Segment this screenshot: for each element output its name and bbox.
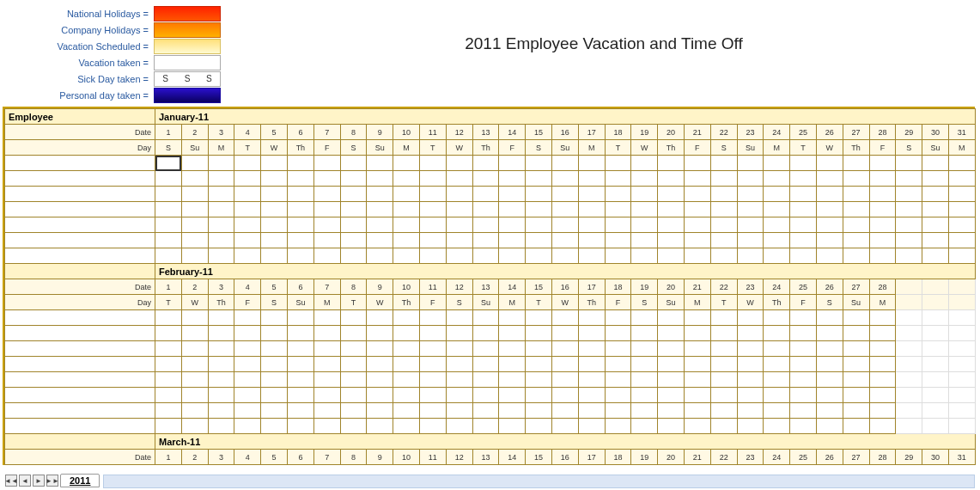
calendar-cell[interactable] (790, 326, 817, 341)
dayname-cell[interactable]: W (367, 295, 393, 310)
dayname-cell[interactable]: W (631, 140, 658, 156)
calendar-cell[interactable] (658, 171, 685, 187)
dayname-cell[interactable]: Th (764, 295, 790, 310)
date-cell[interactable]: 12 (446, 125, 472, 140)
calendar-cell[interactable] (419, 310, 446, 326)
date-cell[interactable]: 22 (710, 450, 737, 465)
sheet-tab[interactable]: 2011 (60, 474, 100, 487)
calendar-cell[interactable] (340, 372, 367, 388)
calendar-cell[interactable] (631, 419, 658, 434)
date-cell[interactable]: 22 (710, 125, 737, 140)
calendar-cell[interactable] (710, 403, 737, 419)
calendar-cell[interactable] (261, 217, 288, 233)
dayname-cell[interactable]: W (261, 140, 288, 156)
calendar-cell[interactable] (261, 233, 288, 248)
calendar-cell[interactable] (340, 156, 367, 171)
calendar-cell[interactable] (181, 372, 208, 388)
calendar-cell[interactable] (340, 248, 367, 264)
calendar-cell[interactable] (499, 233, 526, 248)
calendar-cell[interactable] (684, 156, 710, 171)
date-cell[interactable]: 7 (313, 125, 340, 140)
calendar-cell[interactable] (208, 233, 234, 248)
calendar-cell[interactable] (790, 248, 817, 264)
calendar-cell[interactable] (710, 248, 737, 264)
calendar-cell[interactable] (155, 248, 182, 264)
calendar-cell[interactable] (499, 187, 526, 202)
date-cell[interactable]: 4 (234, 450, 261, 465)
calendar-cell[interactable] (208, 156, 234, 171)
calendar-cell[interactable] (526, 403, 552, 419)
calendar-cell[interactable] (393, 419, 420, 434)
calendar-cell[interactable] (287, 217, 313, 233)
calendar-cell[interactable] (340, 217, 367, 233)
date-cell[interactable]: 11 (419, 450, 446, 465)
calendar-cell[interactable] (367, 357, 393, 372)
calendar-cell[interactable] (578, 388, 605, 403)
calendar-cell[interactable] (393, 233, 420, 248)
calendar-cell[interactable] (658, 326, 685, 341)
calendar-cell[interactable] (816, 341, 843, 357)
date-cell[interactable]: 8 (340, 279, 367, 295)
calendar-cell[interactable] (419, 233, 446, 248)
calendar-cell[interactable] (551, 419, 578, 434)
calendar-cell[interactable] (367, 419, 393, 434)
dayname-cell[interactable]: S (896, 140, 922, 156)
calendar-cell[interactable] (313, 171, 340, 187)
calendar-cell[interactable] (208, 419, 234, 434)
date-cell[interactable]: 4 (234, 279, 261, 295)
calendar-cell[interactable] (869, 187, 896, 202)
dayname-cell[interactable]: Su (551, 140, 578, 156)
calendar-cell[interactable] (155, 341, 182, 357)
calendar-cell[interactable] (419, 248, 446, 264)
calendar-cell[interactable] (790, 310, 817, 326)
date-cell[interactable]: 26 (816, 125, 843, 140)
calendar-cell[interactable] (948, 357, 975, 372)
calendar-cell[interactable] (313, 326, 340, 341)
calendar-cell[interactable] (499, 357, 526, 372)
calendar-cell[interactable] (764, 171, 790, 187)
date-cell[interactable]: 12 (446, 279, 472, 295)
dayname-cell[interactable]: F (605, 295, 631, 310)
dayname-cell[interactable]: T (340, 295, 367, 310)
calendar-cell[interactable] (234, 403, 261, 419)
calendar-cell[interactable] (393, 357, 420, 372)
calendar-cell[interactable] (446, 310, 472, 326)
calendar-cell[interactable] (710, 357, 737, 372)
calendar-cell[interactable] (340, 187, 367, 202)
calendar-cell[interactable] (658, 357, 685, 372)
date-cell[interactable]: 3 (208, 450, 234, 465)
calendar-cell[interactable] (948, 171, 975, 187)
calendar-cell[interactable] (869, 310, 896, 326)
date-cell[interactable] (896, 279, 922, 295)
calendar-cell[interactable] (764, 156, 790, 171)
dayname-cell[interactable]: T (155, 295, 182, 310)
dayname-cell[interactable]: S (816, 295, 843, 310)
date-cell[interactable]: 3 (208, 125, 234, 140)
calendar-cell[interactable] (578, 233, 605, 248)
calendar-cell[interactable] (393, 403, 420, 419)
calendar-cell[interactable] (764, 233, 790, 248)
calendar-cell[interactable] (922, 171, 949, 187)
calendar-cell[interactable] (261, 372, 288, 388)
calendar-cell[interactable] (578, 403, 605, 419)
date-cell[interactable]: 31 (948, 125, 975, 140)
calendar-cell[interactable] (790, 233, 817, 248)
dayname-cell[interactable]: W (816, 140, 843, 156)
calendar-cell[interactable] (287, 357, 313, 372)
calendar-cell[interactable] (948, 248, 975, 264)
calendar-cell[interactable] (948, 217, 975, 233)
calendar-cell[interactable] (948, 233, 975, 248)
dayname-cell[interactable]: F (419, 295, 446, 310)
calendar-cell[interactable] (816, 357, 843, 372)
dayname-cell[interactable]: Th (843, 140, 869, 156)
calendar-cell[interactable] (155, 171, 182, 187)
calendar-cell[interactable] (896, 341, 922, 357)
dayname-cell[interactable]: Su (181, 140, 208, 156)
calendar-cell[interactable] (922, 233, 949, 248)
calendar-cell[interactable] (790, 217, 817, 233)
date-cell[interactable]: 9 (367, 125, 393, 140)
employee-name-cell[interactable] (5, 419, 155, 434)
date-cell[interactable]: 19 (631, 450, 658, 465)
calendar-cell[interactable] (526, 248, 552, 264)
date-cell[interactable]: 27 (843, 125, 869, 140)
